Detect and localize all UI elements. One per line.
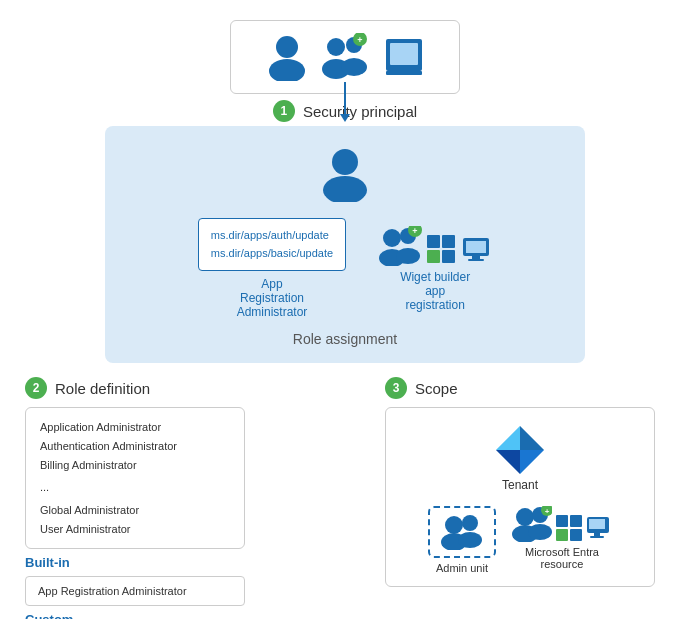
builtin-item-1: Application Administrator [40,418,230,437]
app-icon [384,37,424,77]
svg-rect-32 [466,241,486,253]
svg-text:+: + [413,226,418,236]
svg-point-47 [528,524,552,540]
ms-entra-person-icon: + [512,506,552,542]
role-permission-1: ms.dir/apps/auth/update [211,229,329,241]
wiget-builder-label: Wiget builderapp registration [395,270,475,312]
single-user-icon [266,33,308,81]
svg-point-21 [383,229,401,247]
group-user-icon: + [320,33,372,81]
builtin-item-3: Billing Administrator [40,456,230,475]
circle-1: 1 [273,100,295,122]
circle-2: 2 [25,377,47,399]
svg-rect-52 [556,529,568,541]
svg-marker-36 [520,426,544,450]
security-principal-label: 1 Security principal [273,100,417,122]
svg-point-10 [327,38,345,56]
svg-point-24 [396,248,420,264]
ms-entra-label: Microsoft Entraresource [525,546,599,570]
svg-point-40 [445,516,463,534]
svg-point-8 [276,36,298,58]
custom-label: Custom [25,612,73,619]
svg-rect-53 [570,529,582,541]
security-principal-box: + [230,20,460,94]
svg-rect-33 [472,256,480,259]
scope-inner: Tenant Admin unit [385,407,655,587]
admin-unit-label: Admin unit [436,562,488,574]
ms-entra-item: + [512,506,612,570]
role-person-icon [319,146,371,202]
builtin-label: Built-in [25,555,70,570]
svg-point-20 [323,176,367,202]
svg-rect-51 [570,515,582,527]
svg-point-44 [516,508,534,526]
builtin-item-5: User Administrator [40,520,230,539]
svg-rect-34 [468,259,484,261]
diagram-container: + 1 Security principal ms.dir/ap [0,0,690,619]
builtin-box: Application Administrator Authentication… [25,407,245,549]
svg-point-43 [458,532,482,548]
svg-rect-55 [589,519,605,529]
svg-text:+: + [357,35,362,45]
svg-text:+: + [545,507,550,516]
builtin-item-2: Authentication Administrator [40,437,230,456]
builtin-dots: ... [40,478,230,497]
bottom-section: 2 Role definition Application Administra… [25,377,665,619]
svg-rect-28 [442,235,455,248]
svg-rect-56 [594,533,600,536]
tenant-label: Tenant [502,478,538,492]
svg-rect-27 [427,235,440,248]
svg-rect-50 [556,515,568,527]
svg-rect-57 [590,536,604,538]
svg-marker-37 [496,426,520,450]
wiget-person-icon: + [378,226,422,266]
role-assignment-inner: ms.dir/apps/auth/update ms.dir/apps/basi… [198,218,492,319]
svg-marker-38 [496,450,520,474]
svg-marker-39 [520,450,544,474]
ms-entra-grid-icon [555,514,583,542]
svg-point-13 [341,58,367,76]
wiget-grid-icon [426,234,458,266]
security-principal-text: Security principal [303,103,417,120]
admin-unit-box [428,506,496,558]
role-definition-section: 2 Role definition Application Administra… [25,377,255,619]
role-assignment-box: ms.dir/apps/auth/update ms.dir/apps/basi… [105,126,585,363]
svg-point-42 [462,515,478,531]
svg-rect-17 [390,43,418,65]
app-reg-admin-label: App Registration Administrator [232,277,312,319]
svg-rect-29 [427,250,440,263]
role-permissions-box: ms.dir/apps/auth/update ms.dir/apps/basi… [198,218,346,271]
svg-rect-18 [386,71,422,75]
svg-point-19 [332,149,358,175]
svg-point-9 [269,59,305,81]
wiget-monitor-icon [462,236,492,266]
circle-3: 3 [385,377,407,399]
tenant-diamond-icon [494,424,546,476]
builtin-item-4: Global Administrator [40,501,230,520]
scope-section: 3 Scope Tenant [385,377,665,619]
scope-label: Scope [415,380,458,397]
role-definition-header: 2 Role definition [25,377,150,399]
scope-bottom-row: Admin unit + [428,506,612,574]
admin-unit-icon [440,514,484,550]
role-assignment-label: Role assignment [293,331,397,347]
svg-rect-30 [442,250,455,263]
admin-unit-item: Admin unit [428,506,496,574]
wiget-builder-area: + [378,226,492,312]
role-definition-label: Role definition [55,380,150,397]
ms-entra-monitor-icon [586,516,612,542]
custom-box: App Registration Administrator [25,576,245,606]
scope-header: 3 Scope [385,377,458,399]
role-permission-2: ms.dir/apps/basic/update [211,247,333,259]
custom-box-text: App Registration Administrator [38,585,187,597]
